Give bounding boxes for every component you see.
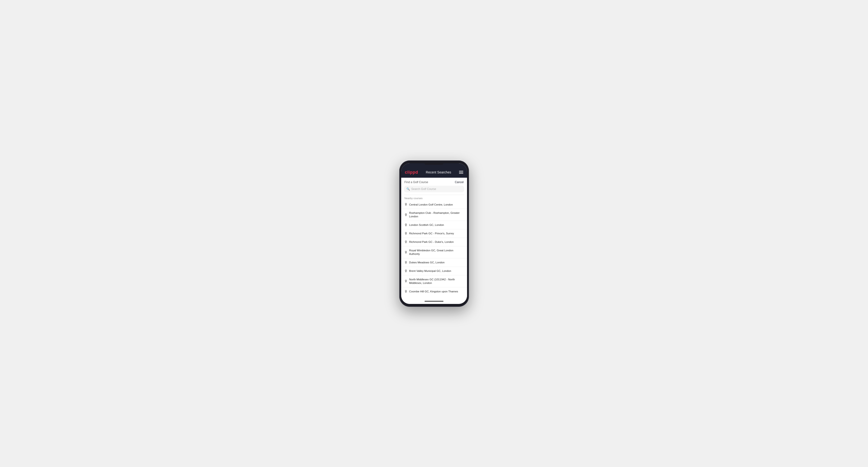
phone-screen: clippd Recent Searches Find a Golf Cours… bbox=[401, 163, 467, 304]
home-bar bbox=[425, 301, 443, 302]
course-name: Brent Valley Municipal GC, London bbox=[409, 269, 451, 273]
course-name: Roehampton Club - Roehampton, Greater Lo… bbox=[409, 211, 464, 218]
course-list-item[interactable]: Richmond Park GC - Duke's, London bbox=[401, 238, 467, 246]
course-name: Dukes Meadows GC, London bbox=[409, 261, 445, 264]
course-list-item[interactable]: North Middlesex GC (1011942 - North Midd… bbox=[401, 275, 467, 287]
cancel-button[interactable]: Cancel bbox=[455, 181, 464, 184]
app-logo: clippd bbox=[405, 170, 418, 175]
find-header: Find a Golf Course Cancel bbox=[401, 178, 467, 186]
course-name: Royal Wimbledon GC, Great London Authori… bbox=[409, 249, 464, 256]
location-pin-icon bbox=[404, 213, 407, 216]
course-name: Richmond Park GC - Prince's, Surrey bbox=[409, 232, 454, 235]
location-pin-icon bbox=[404, 269, 407, 273]
location-pin-icon bbox=[404, 223, 407, 227]
course-list-item[interactable]: Coombe Hill GC, Kingston upon Thames bbox=[401, 287, 467, 296]
course-name: Richmond Park GC - Duke's, London bbox=[409, 240, 454, 244]
nav-title: Recent Searches bbox=[426, 170, 451, 174]
course-list: Central London Golf Centre, London Roeha… bbox=[401, 200, 467, 300]
search-box[interactable]: 🔍 Search Golf Course bbox=[404, 186, 464, 192]
course-name: Coombe Hill GC, Kingston upon Thames bbox=[409, 290, 458, 293]
location-pin-icon bbox=[404, 251, 407, 254]
course-list-item[interactable]: Roehampton Club - Roehampton, Greater Lo… bbox=[401, 209, 467, 221]
course-list-item[interactable]: London Scottish GC, London bbox=[401, 221, 467, 229]
home-indicator bbox=[401, 300, 467, 304]
course-name: London Scottish GC, London bbox=[409, 223, 444, 227]
location-pin-icon bbox=[404, 203, 407, 206]
content-area: Find a Golf Course Cancel 🔍 Search Golf … bbox=[401, 178, 467, 300]
course-list-item[interactable]: Brent Valley Municipal GC, London bbox=[401, 267, 467, 275]
nav-bar: clippd Recent Searches bbox=[401, 163, 467, 178]
search-icon: 🔍 bbox=[406, 187, 410, 191]
nearby-section-label: Nearby courses bbox=[401, 195, 467, 200]
find-label: Find a Golf Course bbox=[404, 181, 428, 184]
phone-notch bbox=[425, 163, 443, 165]
course-list-item[interactable]: Central London Golf Centre, London bbox=[401, 200, 467, 209]
course-list-item[interactable]: Richmond Park GC - Prince's, Surrey bbox=[401, 229, 467, 238]
course-name: Central London Golf Centre, London bbox=[409, 203, 453, 207]
location-pin-icon bbox=[404, 261, 407, 264]
search-wrapper: 🔍 Search Golf Course bbox=[401, 186, 467, 195]
phone-device: clippd Recent Searches Find a Golf Cours… bbox=[399, 160, 469, 307]
location-pin-icon bbox=[404, 241, 407, 244]
search-placeholder: Search Golf Course bbox=[411, 187, 436, 191]
location-pin-icon bbox=[404, 232, 407, 235]
course-list-item[interactable]: Dukes Meadows GC, London bbox=[401, 258, 467, 267]
course-name: North Middlesex GC (1011942 - North Midd… bbox=[409, 278, 464, 285]
location-pin-icon bbox=[404, 290, 407, 293]
course-list-item[interactable]: Royal Wimbledon GC, Great London Authori… bbox=[401, 246, 467, 258]
menu-icon[interactable] bbox=[459, 171, 463, 174]
location-pin-icon bbox=[404, 280, 407, 283]
